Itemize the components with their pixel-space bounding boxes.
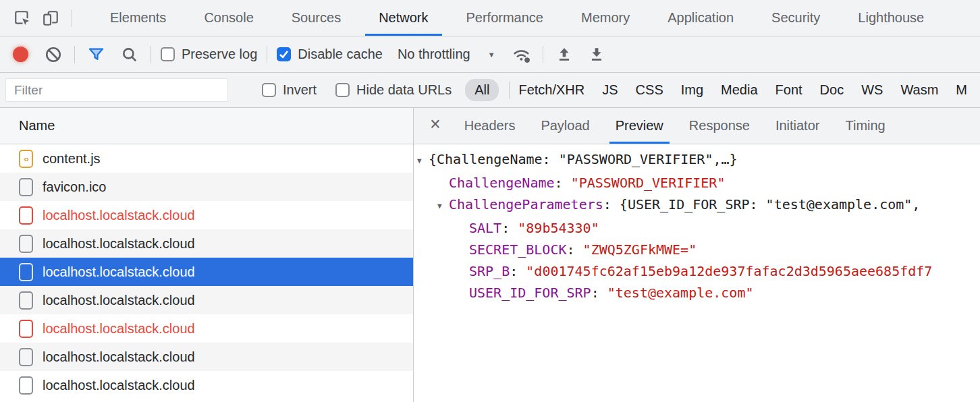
table-row[interactable]: localhost.localstack.cloud <box>0 201 413 229</box>
json-plain: : {USER_ID_FOR_SRP: "test@example.com", <box>603 196 921 212</box>
document-file-icon <box>19 320 33 338</box>
tab-payload[interactable]: Payload <box>530 108 599 144</box>
table-row[interactable]: localhost.localstack.cloud <box>0 229 413 258</box>
table-row[interactable]: localhost.localstack.cloud <box>0 371 413 399</box>
filter-input[interactable] <box>5 78 228 102</box>
tab-application[interactable]: Application <box>649 0 753 36</box>
filter-chip-wasm[interactable]: Wasm <box>900 82 938 98</box>
document-file-icon <box>19 376 33 395</box>
record-button[interactable] <box>13 47 28 62</box>
hide-data-urls-checkbox[interactable]: Hide data URLs <box>335 82 452 98</box>
tab-security[interactable]: Security <box>753 0 839 36</box>
checkbox[interactable] <box>161 47 175 61</box>
main-tabbar-tabs: ElementsConsoleSourcesNetworkPerformance… <box>91 0 943 36</box>
json-key: SALT <box>469 220 501 236</box>
json-tree-line: SALT: "89b54330" <box>414 217 980 239</box>
tab-console[interactable]: Console <box>185 0 272 36</box>
table-row[interactable]: localhost.localstack.cloud <box>0 314 413 343</box>
checkbox[interactable] <box>262 83 276 97</box>
close-icon[interactable]: × <box>422 115 449 136</box>
network-toolbar: Preserve log Disable cache No throttling… <box>0 36 980 73</box>
request-name: content.js <box>43 151 101 167</box>
request-name: localhost.localstack.cloud <box>43 378 195 393</box>
tab-lighthouse[interactable]: Lighthouse <box>839 0 943 36</box>
request-name: localhost.localstack.cloud <box>43 349 195 365</box>
filter-chip-css[interactable]: CSS <box>636 82 663 98</box>
devtools-window: ElementsConsoleSourcesNetworkPerformance… <box>0 0 980 402</box>
device-toolbar-icon[interactable] <box>39 7 62 30</box>
table-row[interactable]: ‹›content.js <box>0 144 413 173</box>
toolbar-divider <box>543 46 543 63</box>
table-row[interactable]: localhost.localstack.cloud <box>0 343 413 371</box>
preserve-log-checkbox[interactable]: Preserve log <box>161 47 257 62</box>
name-column-header[interactable]: Name <box>0 108 413 144</box>
tab-preview[interactable]: Preview <box>605 108 674 144</box>
request-detail-pane: × HeadersPayloadPreviewResponseInitiator… <box>414 108 980 402</box>
network-conditions-icon[interactable] <box>510 43 533 66</box>
tab-performance[interactable]: Performance <box>447 0 563 36</box>
filter-chip-img[interactable]: Img <box>681 82 703 98</box>
json-string: "PASSWORD_VERIFIER" <box>571 175 726 191</box>
toolbar-divider <box>151 46 151 63</box>
tab-sources[interactable]: Sources <box>273 0 360 36</box>
chips-divider <box>509 82 510 99</box>
tab-network[interactable]: Network <box>360 0 447 36</box>
document-file-icon <box>19 263 33 281</box>
clear-icon[interactable] <box>42 43 65 66</box>
json-string: "test@example.com" <box>607 285 754 301</box>
filter-chip-media[interactable]: Media <box>721 82 757 98</box>
filter-chip-js[interactable]: JS <box>602 82 618 98</box>
request-rows: ‹›content.jsfavicon.icolocalhost.localst… <box>0 144 413 402</box>
tab-timing[interactable]: Timing <box>835 108 895 144</box>
chevron-down-icon: ▼ <box>488 51 495 59</box>
filter-chip-fetch-xhr[interactable]: Fetch/XHR <box>518 82 584 98</box>
table-row[interactable]: favicon.ico <box>0 173 413 201</box>
inspect-icon[interactable] <box>11 7 34 30</box>
toolbar-divider <box>74 46 75 63</box>
main-tabbar: ElementsConsoleSourcesNetworkPerformance… <box>0 0 980 36</box>
request-name: favicon.ico <box>43 179 107 195</box>
tab-elements[interactable]: Elements <box>91 0 185 36</box>
throttling-value: No throttling <box>398 47 470 62</box>
script-file-icon: ‹› <box>19 150 33 168</box>
disable-cache-checkbox[interactable]: Disable cache <box>277 47 383 62</box>
search-icon[interactable] <box>118 43 141 66</box>
json-key: ChallengeParameters <box>449 196 603 212</box>
tab-initiator[interactable]: Initiator <box>765 108 830 144</box>
json-plain: {ChallengeName: "PASSWORD_VERIFIER",…} <box>429 151 738 167</box>
toolbar-divider <box>72 9 72 27</box>
table-row[interactable]: localhost.localstack.cloud <box>0 258 413 286</box>
checkbox[interactable] <box>277 47 291 61</box>
tab-headers[interactable]: Headers <box>454 108 526 144</box>
tab-response[interactable]: Response <box>679 108 760 144</box>
checkbox[interactable] <box>335 83 350 97</box>
resource-type-filters: AllFetch/XHRJSCSSImgMediaFontDocWSWasmM <box>465 79 980 101</box>
json-string: "ZWQ5ZGFkMWE=" <box>583 241 697 258</box>
request-name: localhost.localstack.cloud <box>43 293 195 308</box>
expander-triangle-icon[interactable]: ▼ <box>437 196 449 217</box>
json-plain: : <box>567 241 583 258</box>
json-tree-line: ▼ChallengeParameters: {USER_ID_FOR_SRP: … <box>414 194 980 217</box>
document-file-icon <box>19 235 33 253</box>
filter-chip-ws[interactable]: WS <box>861 82 883 98</box>
expander-triangle-icon[interactable]: ▼ <box>417 150 429 172</box>
table-row[interactable]: localhost.localstack.cloud <box>0 286 413 314</box>
tab-memory[interactable]: Memory <box>562 0 649 36</box>
filter-chip-doc[interactable]: Doc <box>820 82 844 98</box>
json-string: "d001745fc62af15eb9a12de937fafac2d3d5965… <box>526 263 932 279</box>
filter-chip-m[interactable]: M <box>956 82 967 98</box>
filter-chip-font[interactable]: Font <box>775 82 802 98</box>
throttling-select[interactable]: No throttling ▼ <box>398 47 495 62</box>
request-name: localhost.localstack.cloud <box>43 208 195 223</box>
json-key: ChallengeName <box>449 175 555 191</box>
invert-checkbox[interactable]: Invert <box>262 82 317 98</box>
export-har-icon[interactable] <box>585 43 608 66</box>
json-key: SRP_B <box>469 263 510 279</box>
filter-chip-all[interactable]: All <box>465 79 499 101</box>
json-plain: : <box>591 285 607 301</box>
import-har-icon[interactable] <box>553 43 576 66</box>
json-plain: : <box>555 175 571 191</box>
filter-funnel-icon[interactable] <box>84 43 107 66</box>
network-request-table: Name ‹›content.jsfavicon.icolocalhost.lo… <box>0 108 414 402</box>
json-key: USER_ID_FOR_SRP <box>469 285 591 301</box>
